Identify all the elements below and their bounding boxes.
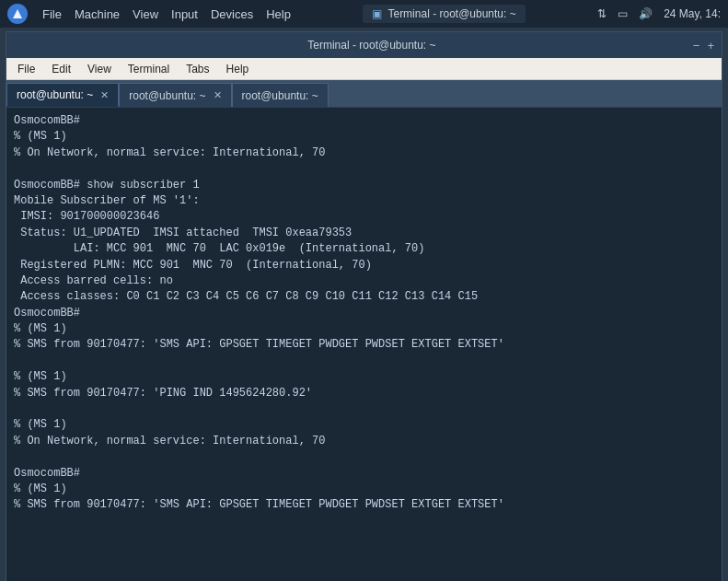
os-menu-devices[interactable]: Devices: [211, 7, 253, 21]
window-controls: − +: [693, 39, 714, 52]
menu-edit[interactable]: Edit: [44, 61, 78, 77]
menu-help[interactable]: Help: [219, 61, 257, 77]
tab-3-label: root@ubuntu: ~: [242, 89, 318, 102]
window-title: Terminal - root@ubuntu: ~: [51, 39, 693, 52]
minimize-button[interactable]: −: [693, 39, 700, 52]
os-bar-right: ⇅ ▭ 🔊 24 May, 14:: [597, 7, 721, 20]
battery-icon: ▭: [618, 7, 628, 20]
menu-file[interactable]: File: [10, 61, 42, 77]
os-terminal-icon: ▣: [372, 7, 382, 20]
os-menu: File Machine View Input Devices Help: [42, 7, 291, 21]
os-logo[interactable]: [7, 4, 28, 24]
terminal-window: Terminal - root@ubuntu: ~ − + File Edit …: [6, 31, 722, 581]
os-menu-file[interactable]: File: [42, 7, 62, 21]
tab-1[interactable]: root@ubuntu: ~ ✕: [6, 83, 119, 107]
menu-tabs[interactable]: Tabs: [179, 61, 216, 77]
os-menu-machine[interactable]: Machine: [75, 7, 120, 21]
menu-terminal[interactable]: Terminal: [121, 61, 177, 77]
tab-2-label: root@ubuntu: ~: [129, 89, 205, 102]
tab-2-close[interactable]: ✕: [214, 89, 222, 101]
terminal-output[interactable]: OsmocomBB# % (MS 1) % On Network, normal…: [6, 108, 722, 581]
menu-bar: File Edit View Terminal Tabs Help: [6, 58, 722, 80]
tab-1-label: root@ubuntu: ~: [17, 88, 93, 101]
tabs-bar: root@ubuntu: ~ ✕ root@ubuntu: ~ ✕ root@u…: [6, 80, 722, 108]
os-menu-view[interactable]: View: [133, 7, 158, 21]
os-bar-left: File Machine View Input Devices Help: [7, 4, 291, 24]
os-menu-input[interactable]: Input: [171, 7, 198, 21]
tab-3[interactable]: root@ubuntu: ~: [232, 83, 329, 107]
os-window-title: ▣ Terminal - root@ubuntu: ~: [363, 5, 525, 23]
volume-icon: 🔊: [639, 7, 653, 20]
tab-2[interactable]: root@ubuntu: ~ ✕: [119, 83, 231, 107]
os-menu-help[interactable]: Help: [266, 7, 291, 21]
tab-1-close[interactable]: ✕: [100, 89, 109, 101]
clock: 24 May, 14:: [664, 7, 721, 20]
network-icon: ⇅: [597, 7, 607, 20]
window-titlebar: Terminal - root@ubuntu: ~ − +: [6, 32, 722, 58]
menu-view[interactable]: View: [80, 61, 119, 77]
os-bar: File Machine View Input Devices Help ▣ T…: [0, 0, 728, 28]
maximize-button[interactable]: +: [707, 39, 714, 52]
